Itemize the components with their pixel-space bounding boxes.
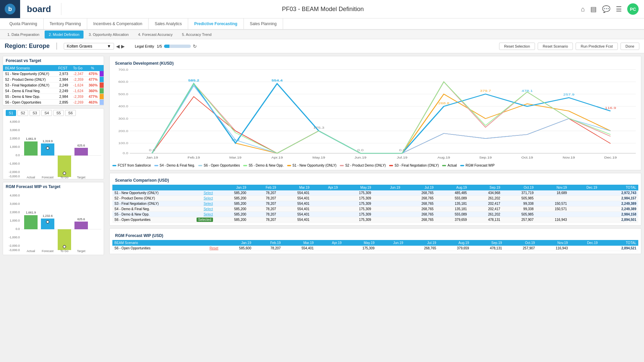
user-dropdown[interactable]: Kolten Graves ▼ <box>64 43 114 50</box>
comp-feb: 78,207 <box>248 201 278 206</box>
refresh-icon[interactable]: ↻ <box>193 44 197 49</box>
rgm-apr <box>316 246 343 251</box>
print-icon[interactable]: ▤ <box>590 5 597 13</box>
subnav-forecast-accuracy[interactable]: 4. Forecast Accuracy <box>134 31 177 39</box>
comp-action: Select <box>173 212 215 217</box>
comp-dec <box>569 190 599 196</box>
svg-text:-1,000.0: -1,000.0 <box>9 162 20 165</box>
nav-next-icon[interactable]: ▶ <box>121 44 125 49</box>
comp-nov: 150,571 <box>536 201 569 206</box>
comp-may: 175,309 <box>340 206 373 212</box>
s5-line <box>152 82 610 153</box>
fvt-header-scenario: BEAM Scenario <box>3 65 56 71</box>
rgm-header-jan: Jan.19 <box>220 240 253 246</box>
svg-text:175.3: 175.3 <box>313 126 324 129</box>
user-dropdown-value: Kolten Graves <box>67 44 92 49</box>
scenario-chart-container: 700.0 600.0 500.0 400.0 300.0 200.0 100.… <box>112 68 638 162</box>
rgm-header-aug: Aug.19 <box>438 240 471 246</box>
svg-text:0.0: 0.0 <box>123 152 128 155</box>
comp-aug: 555,089 <box>436 196 469 201</box>
page-title: PF03 - BEAM Model Definition <box>65 6 581 13</box>
legal-entity-count: 1/5 <box>157 44 162 48</box>
svg-text:625.6: 625.6 <box>77 144 85 147</box>
svg-text:Target: Target <box>77 176 86 179</box>
scenario-tabs-section: S1 S2 S3 S4 S5 S6 4,000.0 3,000.0 2,000.… <box>3 108 104 179</box>
scenario-tab-s1[interactable]: S1 <box>6 110 16 116</box>
comp-may: 175,309 <box>340 201 373 206</box>
nav-arrows: ◀ ▶ <box>116 44 125 49</box>
done-button[interactable]: Done <box>621 43 639 50</box>
user-avatar[interactable]: PC <box>627 3 639 15</box>
nav-prev-icon[interactable]: ◀ <box>116 44 120 49</box>
comp-oct: 257,907 <box>502 217 535 223</box>
fvt-title: Forecast vs Target <box>3 56 104 65</box>
scenario-tab-s5[interactable]: S5 <box>53 110 64 116</box>
legend-dot-s1 <box>287 165 291 166</box>
home-icon[interactable]: ⌂ <box>581 5 585 13</box>
comp-scenario-name: S2 - Product Demo (ONLY) <box>112 196 173 201</box>
reset-button[interactable]: Reset <box>210 246 218 250</box>
run-predictive-button[interactable]: Run Predictive Fcst <box>576 43 618 50</box>
scenario-tab-s2[interactable]: S2 <box>17 110 28 116</box>
comp-feb: 78,207 <box>248 190 278 196</box>
comp-scenario-name: S6 - Open Opportunities <box>112 217 173 223</box>
nav-incentives[interactable]: Incentives & Compensation <box>87 18 149 29</box>
svg-text:Feb.19: Feb.19 <box>187 156 200 159</box>
legend-s6: S6 - Open Opportunities <box>198 164 240 167</box>
select-button[interactable]: Select <box>204 202 213 205</box>
selected-badge[interactable]: Selected <box>197 218 213 222</box>
rgm-oct: 257,907 <box>504 246 537 251</box>
rgm-action: Reset <box>194 246 220 251</box>
svg-text:257.9: 257.9 <box>563 93 574 96</box>
fvt-pct: 360% <box>86 88 100 94</box>
fvt-fcst: 2,984 <box>56 77 70 82</box>
fvt-header-bar <box>100 65 104 71</box>
s2-line <box>152 82 610 153</box>
svg-rect-26 <box>24 215 38 229</box>
comp-header-jan: Jan.19 <box>215 185 248 190</box>
legend-dot-s5 <box>243 165 247 166</box>
svg-text:300.0: 300.0 <box>118 117 128 120</box>
subnav-data-preparation[interactable]: 1. Data Preparation <box>3 31 43 39</box>
rgm-sep: 478,131 <box>471 246 504 251</box>
comp-total: 2,972,743 <box>599 190 638 196</box>
nav-quota-planning[interactable]: Quota Planning <box>3 18 44 29</box>
subnav-accuracy-trend[interactable]: 5. Accuracy Trend <box>178 31 215 39</box>
comp-jan: 585,200 <box>215 217 248 223</box>
comp-jun <box>373 217 402 223</box>
svg-text:To Go: To Go <box>60 249 68 253</box>
legend-dot-s6 <box>198 165 202 166</box>
nav-predictive-forecasting[interactable]: Predictive Forecasting <box>188 18 244 29</box>
chat-icon[interactable]: 💬 <box>602 5 610 13</box>
comp-mar: 554,401 <box>278 196 311 201</box>
svg-text:0.0: 0.0 <box>15 227 20 231</box>
select-button[interactable]: Select <box>204 207 213 211</box>
rgm-nov: 116,943 <box>537 246 570 251</box>
menu-icon[interactable]: ☰ <box>616 5 622 13</box>
subnav-model-definition[interactable]: 2. Model Definition <box>45 31 83 39</box>
scenario-tab-s3[interactable]: S3 <box>30 110 40 116</box>
reset-selection-button[interactable]: Reset Selection <box>499 43 535 50</box>
nav-sales-analytics[interactable]: Sales Analytics <box>149 18 188 29</box>
scenario-tab-s4[interactable]: S4 <box>41 110 52 116</box>
reset-scenario-button[interactable]: Reset Scenario <box>538 43 573 50</box>
comp-aug: 135,181 <box>436 206 469 212</box>
comp-action: Select <box>173 201 215 206</box>
actual-bar <box>24 141 38 156</box>
svg-text:478.1: 478.1 <box>522 89 533 93</box>
fvt-pct: 477% <box>86 94 100 100</box>
scenario-tab-s6[interactable]: S6 <box>65 110 75 116</box>
fvt-togo: -2,269 <box>70 100 86 105</box>
select-button[interactable]: Select <box>204 196 213 200</box>
subnav-opportunity-allocation[interactable]: 3. Opportunity Allocation <box>85 31 133 39</box>
fvt-scenario-name: S1 - New Opportunity (ONLY) <box>3 71 56 77</box>
fvt-togo: -1,624 <box>70 82 86 88</box>
svg-text:0.0: 0.0 <box>15 154 20 157</box>
select-button[interactable]: Select <box>204 213 213 216</box>
select-button[interactable]: Select <box>204 191 213 195</box>
svg-text:554.4: 554.4 <box>271 78 283 82</box>
nav-territory-planning[interactable]: Territory Planning <box>44 18 87 29</box>
nav-sales-planning[interactable]: Sales Planning <box>244 18 283 29</box>
comp-scenario-name: S1 - New Opportunity (ONLY) <box>112 190 173 196</box>
target-bar <box>74 148 88 156</box>
